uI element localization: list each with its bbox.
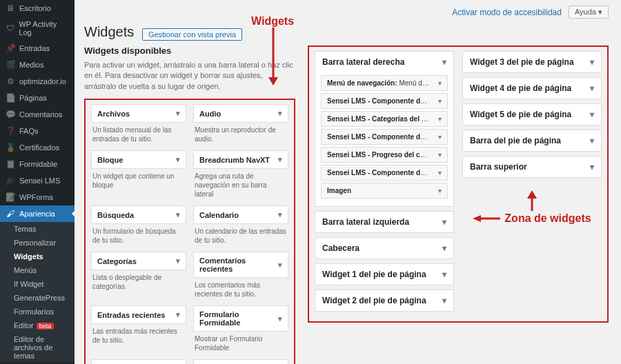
menu-item[interactable]: ❓FAQs bbox=[0, 123, 75, 139]
available-widget-cell: Calendario▾Un calendario de las entradas… bbox=[193, 205, 288, 249]
available-widget-cell: Formulario Formidable▾Mostrar un Formula… bbox=[193, 305, 288, 356]
menu-icon: 🎬 bbox=[6, 60, 15, 70]
menu-item[interactable]: ⚙optimizador.io bbox=[0, 73, 75, 90]
submenu-item[interactable]: Formularios bbox=[0, 305, 75, 318]
available-widget[interactable]: Bloque▾ bbox=[91, 150, 186, 169]
widget-desc: Un widget que contiene un bloque bbox=[91, 169, 186, 194]
annotation-arrow-left bbox=[473, 214, 500, 223]
widget-title: Categorías bbox=[97, 257, 137, 265]
available-widgets-column: Widgets disponibles Para activar un widg… bbox=[84, 46, 295, 364]
available-widget[interactable]: Comentarios recientes▾ bbox=[193, 252, 288, 278]
widget-areas-box: Barra lateral derecha▾ Menú de navegació… bbox=[308, 46, 609, 323]
submenu-item[interactable]: Menús bbox=[0, 263, 75, 277]
widget-desc: Los comentarios más recientes de tu siti… bbox=[193, 278, 288, 303]
available-widget-cell: Galería▾Muestra una galería de imágenes. bbox=[91, 359, 186, 364]
available-widget[interactable]: Calendario▾ bbox=[193, 205, 288, 224]
menu-item[interactable]: 📝WPForms bbox=[0, 189, 75, 205]
widget-desc: Lista o desplegable de categorías. bbox=[91, 270, 186, 295]
area-head-header[interactable]: Cabecera▾ bbox=[315, 238, 453, 259]
annotation-arrow-up bbox=[525, 190, 539, 211]
beta-badge: beta bbox=[37, 323, 55, 330]
submenu-item[interactable]: If Widget bbox=[0, 277, 75, 291]
menu-item[interactable]: 🏅Certificados bbox=[0, 139, 75, 156]
available-widget-cell: Bloque▾Un widget que contiene un bloque bbox=[91, 150, 186, 203]
area-head-footer1[interactable]: Widget 1 del pie de página▾ bbox=[315, 264, 453, 285]
available-widget[interactable]: Entradas recientes▾ bbox=[91, 305, 186, 324]
chevron-down-icon: ▾ bbox=[590, 162, 594, 172]
menu-item[interactable]: 🎬Medios bbox=[0, 57, 75, 73]
menu-item[interactable]: 📄Páginas bbox=[0, 90, 75, 106]
menu-item[interactable]: 💬Comentarios bbox=[0, 106, 75, 123]
area-footer-bar: Barra del pie de página▾ bbox=[462, 130, 602, 152]
available-widget[interactable]: Breadcrumb NavXT▾ bbox=[193, 150, 288, 169]
area-footer4: Widget 4 de pie de página▾ bbox=[462, 77, 602, 99]
submenu-item[interactable]: Personalizar bbox=[0, 236, 75, 250]
placed-widget[interactable]: Sensei LMS - Componente del curso: …▾ bbox=[321, 93, 448, 109]
menu-item[interactable]: 🛡WP Activity Log bbox=[0, 17, 75, 40]
available-widget[interactable]: HTML personalizado▾ bbox=[193, 359, 288, 364]
menu-label: WP Activity Log bbox=[19, 20, 69, 37]
help-button[interactable]: Ayuda ▾ bbox=[569, 6, 609, 19]
available-heading: Widgets disponibles bbox=[84, 46, 295, 56]
menu-item[interactable]: 📌Entradas bbox=[0, 40, 75, 57]
menu-label: WPForms bbox=[19, 193, 53, 201]
menu-label: Sensei LMS bbox=[19, 176, 60, 185]
area-footer3: Widget 3 del pie de página▾ bbox=[462, 51, 602, 73]
chevron-down-icon: ▾ bbox=[442, 243, 446, 253]
placed-widget[interactable]: Sensei LMS - Componente del curso: …▾ bbox=[321, 129, 448, 145]
chevron-down-icon: ▾ bbox=[176, 310, 180, 319]
chevron-down-icon: ▾ bbox=[278, 210, 282, 219]
available-widget-cell: Entradas recientes▾Las entradas más reci… bbox=[91, 305, 186, 356]
menu-icon: 🖌 bbox=[6, 209, 15, 219]
menu-icon: 💬 bbox=[6, 110, 15, 119]
available-widget[interactable]: Galería▾ bbox=[91, 359, 186, 364]
manage-preview-button[interactable]: Gestionar con vista previa bbox=[142, 28, 242, 41]
menu-label: Apariencia bbox=[19, 210, 55, 218]
area-head-footer2[interactable]: Widget 2 del pie de página▾ bbox=[315, 290, 453, 311]
chevron-down-icon: ▾ bbox=[442, 57, 446, 67]
submenu-item[interactable]: Temas bbox=[0, 222, 75, 236]
area-head-footer5[interactable]: Widget 5 de pie de página▾ bbox=[463, 104, 601, 125]
placed-widget[interactable]: Sensei LMS - Categorías del curso: Ca…▾ bbox=[321, 111, 448, 127]
submenu-item[interactable]: Editorbeta bbox=[0, 318, 75, 332]
menu-icon: 📄 bbox=[6, 93, 15, 103]
accessibility-mode-link[interactable]: Activar modo de accesibilidad bbox=[452, 8, 562, 17]
menu-icon: 🏅 bbox=[6, 143, 15, 152]
menu-label: Formidable bbox=[19, 160, 57, 168]
area-head-left-sidebar[interactable]: Barra lateral izquierda▾ bbox=[315, 212, 453, 232]
menu-item[interactable]: 🖥Escritorio bbox=[0, 0, 75, 17]
available-widget[interactable]: Archivos▾ bbox=[91, 104, 186, 123]
available-widget[interactable]: Búsqueda▾ bbox=[91, 205, 186, 224]
submenu-item[interactable]: Editor de archivos de temas bbox=[0, 332, 75, 363]
placed-widget[interactable]: Sensei LMS - Componente del curso: …▾ bbox=[321, 165, 448, 181]
area-head-right-sidebar[interactable]: Barra lateral derecha▾ bbox=[315, 52, 453, 72]
chevron-down-icon: ▾ bbox=[590, 110, 594, 119]
annotation-zone: Zona de widgets bbox=[504, 212, 591, 225]
widget-desc: Agrega una ruta de navegación en su barr… bbox=[193, 169, 288, 203]
menu-item[interactable]: 🎓Sensei LMS bbox=[0, 172, 75, 189]
menu-item[interactable]: 📋Formidable bbox=[0, 156, 75, 172]
widget-desc: Muestra un reproductor de audio. bbox=[193, 123, 288, 148]
menu-label: optimizador.io bbox=[19, 77, 66, 85]
areas-col-right: Widget 3 del pie de página▾ Widget 4 de … bbox=[462, 51, 602, 316]
placed-widget[interactable]: Sensei LMS - Progreso del curso ▾ bbox=[321, 147, 448, 163]
widget-desc: Las entradas más recientes de tu sitio. bbox=[91, 324, 186, 349]
placed-widget[interactable]: Menú de navegación: Menú de Alumn@▾ bbox=[321, 75, 448, 91]
available-widget[interactable]: Formulario Formidable▾ bbox=[193, 305, 288, 332]
menu-icon: 📌 bbox=[6, 43, 15, 53]
screen-meta: Activar modo de accesibilidad Ayuda ▾ bbox=[84, 4, 609, 23]
widget-areas-column: Barra lateral derecha▾ Menú de navegació… bbox=[308, 46, 609, 364]
area-head-footer-bar[interactable]: Barra del pie de página▾ bbox=[463, 130, 601, 151]
menu-label: FAQs bbox=[19, 127, 39, 135]
area-head-footer3[interactable]: Widget 3 del pie de página▾ bbox=[463, 52, 601, 72]
area-head-footer4[interactable]: Widget 4 de pie de página▾ bbox=[463, 78, 601, 99]
menu-item[interactable]: 🖌Apariencia bbox=[0, 205, 75, 222]
page-title: Widgets bbox=[84, 23, 134, 41]
area-head-top-bar[interactable]: Barra superior▾ bbox=[463, 156, 601, 177]
available-widget[interactable]: Audio▾ bbox=[193, 104, 288, 123]
submenu-item[interactable]: GeneratePress bbox=[0, 291, 75, 305]
chevron-down-icon: ▾ bbox=[438, 169, 442, 176]
submenu-item[interactable]: Widgets bbox=[0, 250, 75, 263]
available-widget[interactable]: Categorías▾ bbox=[91, 252, 186, 270]
placed-widget[interactable]: Imagen ▾ bbox=[321, 183, 448, 199]
